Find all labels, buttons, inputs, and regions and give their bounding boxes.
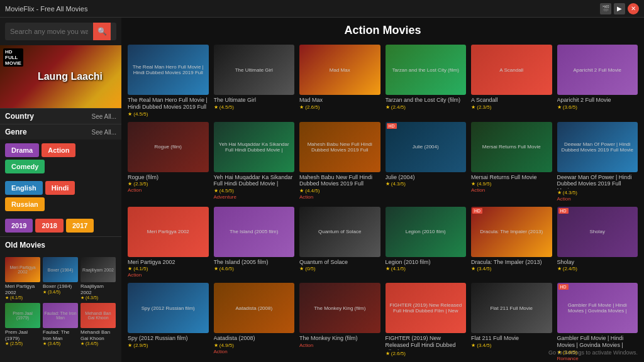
title-bar-left: MovieFlix - Free All Movies (5, 5, 87, 13)
filter-2017[interactable]: 2017 (66, 219, 94, 233)
country-see-all[interactable]: See All... (92, 113, 116, 120)
movie-card[interactable]: The Monkey King (film) The Monkey King (… (299, 283, 380, 361)
old-movie-card[interactable]: Mehandi Ban Gai Khoon Mehandi Ban Gai Kh… (80, 303, 116, 346)
language-filters: English Hindi Russian (0, 177, 121, 215)
banner-title: Laung Laachi (38, 71, 103, 82)
sidebar-banner: HDFULLMOVIE Laung Laachi (0, 45, 121, 108)
movie-card[interactable]: The Island (2005 film) The Island (2005 … (214, 207, 295, 278)
movie-card[interactable]: The Ultimate Girl The Ultimate Girl ★ (4… (214, 45, 295, 117)
movie-card[interactable]: Meri Partigya 2002 Meri Partigya 2002 ★ … (128, 207, 209, 278)
genre-see-all[interactable]: See All... (92, 129, 116, 136)
title-bar-icons: 🎬 ▶ ✕ (600, 3, 639, 14)
filter-hindi[interactable]: Hindi (45, 181, 75, 195)
old-movie-card[interactable]: Raajiliyam 2002 Raajiliyam 2002 ★ (4.3/5… (80, 257, 116, 300)
movie-card[interactable]: HD Gambler Full Movie | Hindi Movies | G… (557, 283, 638, 361)
filter-comedy[interactable]: Comedy (5, 160, 45, 173)
country-section-header: Country See All... (0, 108, 121, 124)
old-movie-card[interactable]: Boxer (1984) Boxer (1984) ★ (3.4/5) (43, 257, 78, 300)
year-filters: 2019 2018 2017 (0, 215, 121, 236)
search-button[interactable]: 🔍 (93, 23, 111, 40)
old-movie-card[interactable]: Meri Partigya 2002 Meri Partigya 2002 ★ … (5, 257, 40, 300)
search-input[interactable] (5, 25, 93, 38)
hd-badge: HDFULLMOVIE (3, 48, 23, 67)
movie-card[interactable]: Aatadista (2008) Aatadista (2008) ★ (4.9… (214, 283, 295, 361)
movie-card[interactable]: Mad Max Mad Max ★ (2.6/5) (299, 45, 380, 117)
sidebar: 🔍 HDFULLMOVIE Laung Laachi Country See A… (0, 18, 121, 362)
genre-filters: Drama Action Comedy (0, 140, 121, 177)
filter-2019[interactable]: 2019 (5, 219, 33, 233)
country-label: Country (5, 112, 34, 121)
movie-card[interactable]: Flat 211 Full Movie Flat 211 Full Movie … (471, 283, 552, 361)
filter-action[interactable]: Action (42, 143, 75, 157)
movie-card[interactable]: HD Dracula: The Impaler (2013) Dracula: … (471, 207, 552, 278)
tray-icon-2: ▶ (614, 3, 625, 14)
movie-card[interactable]: Spy (2012 Russian film) Spy (2012 Russia… (128, 283, 209, 361)
movie-card[interactable]: Tarzan and the Lost City (film) Tarzan a… (386, 45, 467, 117)
filter-2018[interactable]: 2018 (35, 219, 63, 233)
genre-section-header: Genre See All... (0, 124, 121, 140)
page-title: Action Movies (128, 24, 638, 37)
movie-card[interactable]: Quantum of Solace Quantum of Solace ★ (0… (299, 207, 380, 278)
movie-card[interactable]: HD Sholay Sholay ★ (2.4/5) (557, 207, 638, 278)
old-movie-card[interactable]: Faulad: The Iron Man Faulad: The Iron Ma… (43, 303, 78, 346)
movies-grid: The Real Man Hero Full Movie | Hindi Dub… (128, 45, 638, 362)
old-movies-title: Old Movies (0, 236, 121, 253)
movie-card[interactable]: Legion (2010 film) Legion (2010 film) ★ … (386, 207, 467, 278)
movie-card[interactable]: Yeh Hai Muqaddar Ka Sikandar Full Hindi … (214, 122, 295, 202)
old-movies-grid: Meri Partigya 2002 Meri Partigya 2002 ★ … (0, 253, 121, 350)
movie-card[interactable]: A Scandall A Scandall ★ (2.3/5) (471, 45, 552, 117)
app-body: 🔍 HDFULLMOVIE Laung Laachi Country See A… (0, 18, 644, 362)
genre-label: Genre (5, 128, 27, 136)
movie-card[interactable]: Deewar Man Of Power | Hindi Dubbed Movie… (557, 122, 638, 202)
close-button[interactable]: ✕ (628, 3, 639, 14)
filter-drama[interactable]: Drama (5, 143, 39, 157)
movie-card[interactable]: FIGHTER (2019) New Released Full Hindi D… (386, 283, 467, 361)
movie-card[interactable]: Mahesh Babu New Full Hindi Dubbed Movies… (299, 122, 380, 202)
movie-card[interactable]: HD Julie (2004) Julie (2004) ★ (4.3/5) (386, 122, 467, 202)
search-bar: 🔍 (5, 23, 116, 40)
tray-icon-1: 🎬 (600, 3, 611, 14)
filter-english[interactable]: English (5, 181, 43, 195)
title-bar: MovieFlix - Free All Movies 🎬 ▶ ✕ (0, 0, 644, 18)
movie-card[interactable]: Rogue (film) Rogue (film) ★ (2.3/5) Acti… (128, 122, 209, 202)
movie-card[interactable]: Aparichit 2 Full Movie Aparichit 2 Full … (557, 45, 638, 117)
main-content: Action Movies The Real Man Hero Full Mov… (121, 18, 644, 362)
app-title: MovieFlix - Free All Movies (5, 5, 87, 13)
movie-card[interactable]: The Real Man Hero Full Movie | Hindi Dub… (128, 45, 209, 117)
old-movie-card[interactable]: Prem Jaal (1979) Prem Jaal (1979) ★ (2.5… (5, 303, 40, 346)
filter-russian[interactable]: Russian (5, 197, 45, 211)
movie-card[interactable]: Mersai Returns Full Movie Mersai Returns… (471, 122, 552, 202)
